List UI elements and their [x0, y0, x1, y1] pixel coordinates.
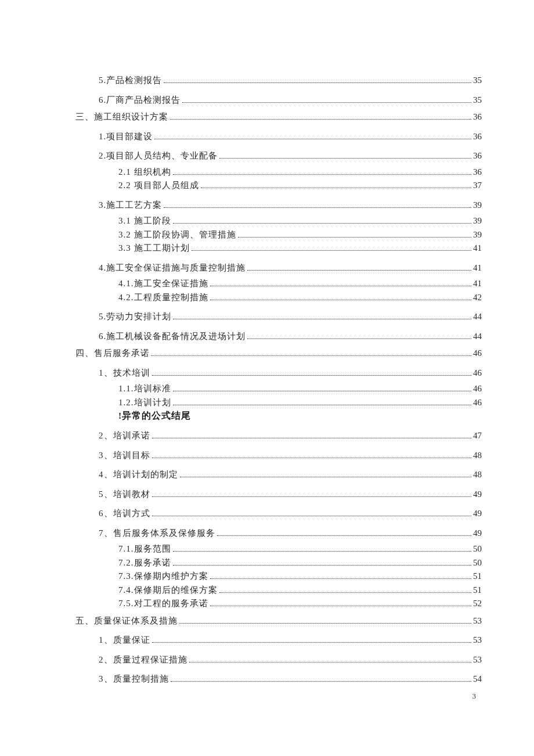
toc-page-number: 53: [473, 635, 482, 646]
toc-entry[interactable]: 1、技术培训46: [99, 368, 482, 379]
toc-label: 4、培训计划的制定: [99, 469, 178, 481]
toc-entry[interactable]: 3、质量控制措施54: [99, 674, 482, 685]
toc-label: 1.2.培训计划: [118, 397, 171, 409]
toc-page-number: 53: [473, 654, 482, 666]
toc-entry[interactable]: 2.项目部人员结构、专业配备36: [99, 150, 482, 162]
toc-label: 4.2.工程质量控制措施: [118, 292, 208, 304]
toc-page-number: 37: [473, 180, 482, 192]
toc-entry[interactable]: 3.2 施工阶段协调、管理措施39: [118, 229, 482, 241]
toc-label: 1、技术培训: [99, 368, 150, 379]
toc-label: 2.项目部人员结构、专业配备: [99, 150, 218, 162]
toc-leader-dots: [173, 312, 471, 320]
toc-leader-dots: [210, 292, 472, 300]
toc-entry[interactable]: 4.1.施工安全保证措施41: [118, 278, 482, 290]
toc-page-number: 36: [473, 167, 482, 178]
toc-error-line: !异常的公式结尾: [118, 410, 482, 422]
toc-entry[interactable]: 6、培训方式49: [99, 508, 482, 520]
toc-page-number: 39: [473, 200, 482, 211]
toc-entry[interactable]: 5、培训教材49: [99, 489, 482, 501]
toc-entry[interactable]: 4.施工安全保证措施与质量控制措施41: [99, 262, 482, 274]
toc-entry[interactable]: 1.1.培训标准46: [118, 383, 482, 395]
toc-entry[interactable]: 1.2.培训计划46: [118, 397, 482, 409]
toc-label: 2、培训承诺: [99, 430, 150, 442]
toc-leader-dots: [152, 450, 472, 458]
toc-entry[interactable]: 2、培训承诺47: [99, 430, 482, 442]
toc-leader-dots: [154, 131, 471, 139]
toc-page-number: 48: [473, 450, 482, 462]
toc-leader-dots: [173, 216, 472, 224]
toc-entry[interactable]: 3.3 施工工期计划41: [118, 243, 482, 254]
toc-leader-dots: [182, 95, 471, 103]
toc-entry[interactable]: 4.2.工程质量控制措施42: [118, 292, 482, 304]
toc-entry[interactable]: 2.1 组织机构36: [118, 167, 482, 178]
toc-leader-dots: [217, 528, 472, 536]
toc-entry[interactable]: 2、质量过程保证措施53: [99, 654, 482, 666]
toc-entry[interactable]: 7.5.对工程的服务承诺52: [118, 598, 482, 610]
toc-entry[interactable]: 1、质量保证53: [99, 635, 482, 646]
toc-page-number: 54: [473, 674, 482, 685]
toc-label: 6.厂商产品检测报告: [99, 95, 181, 106]
toc-entry[interactable]: 4、培训计划的制定48: [99, 469, 482, 481]
toc-leader-dots: [173, 167, 472, 175]
page-number: 3: [472, 692, 477, 701]
toc-entry[interactable]: 6.施工机械设备配备情况及进场计划44: [99, 331, 482, 343]
toc-page-number: 49: [473, 528, 482, 539]
toc-entry[interactable]: 7、售后服务体系及保修服务49: [99, 528, 482, 539]
toc-label: 2、质量过程保证措施: [99, 654, 187, 666]
toc-entry[interactable]: 7.3.保修期内维护方案51: [118, 571, 482, 582]
toc-page-number: 52: [473, 598, 482, 610]
toc-label: 3.施工工艺方案: [99, 200, 162, 211]
toc-label: 三、施工组织设计方案: [75, 111, 168, 123]
toc-page-number: 42: [473, 292, 482, 304]
toc-entry[interactable]: 5.产品检测报告35: [99, 75, 482, 87]
toc-label: 1、质量保证: [99, 635, 150, 646]
toc-page-number: 39: [473, 215, 482, 227]
toc-page-number: 41: [473, 243, 482, 254]
toc-page-number: 50: [473, 557, 482, 569]
toc-leader-dots: [179, 615, 471, 624]
toc-entry[interactable]: 四、售后服务承诺46: [75, 348, 482, 359]
toc-leader-dots: [173, 384, 472, 392]
toc-entry[interactable]: 3、培训目标48: [99, 450, 482, 462]
toc-leader-dots: [180, 470, 472, 478]
toc-leader-dots: [152, 431, 472, 439]
toc-leader-dots: [219, 585, 472, 593]
toc-page-number: 44: [473, 311, 482, 323]
toc-page-number: 39: [473, 229, 482, 241]
toc-page-number: 36: [473, 150, 482, 162]
toc-label: 1.项目部建设: [99, 131, 153, 143]
toc-label: 7.2.服务承诺: [118, 557, 171, 569]
toc-entry[interactable]: 3.1 施工阶段39: [118, 215, 482, 227]
toc-label: 5、培训教材: [99, 489, 150, 501]
toc-entry[interactable]: 6.厂商产品检测报告35: [99, 95, 482, 106]
toc-entry[interactable]: 2.2 项目部人员组成37: [118, 180, 482, 192]
toc-page-number: 49: [473, 489, 482, 501]
toc-page-number: 51: [473, 585, 482, 596]
toc-entry[interactable]: 7.2.服务承诺50: [118, 557, 482, 569]
toc-page-number: 49: [473, 508, 482, 520]
toc-page-number: 36: [473, 111, 482, 123]
toc-entry[interactable]: 5.劳动力安排计划44: [99, 311, 482, 323]
toc-leader-dots: [210, 279, 472, 287]
toc-page-number: 35: [473, 75, 482, 87]
toc-page-number: 53: [473, 615, 482, 627]
toc-entry[interactable]: 三、施工组织设计方案36: [75, 111, 482, 123]
toc-leader-dots: [164, 200, 471, 208]
toc-label: 5.产品检测报告: [99, 75, 162, 87]
toc-label: 6.施工机械设备配备情况及进场计划: [99, 331, 246, 343]
toc-page-number: 46: [473, 368, 482, 379]
toc-page-number: 47: [473, 430, 482, 442]
toc-leader-dots: [151, 348, 471, 357]
toc-label: 3.1 施工阶段: [118, 215, 171, 227]
toc-label: 3、质量控制措施: [99, 674, 169, 685]
toc-leader-dots: [152, 509, 472, 517]
toc-leader-dots: [170, 112, 471, 120]
toc-leader-dots: [210, 599, 472, 607]
toc-page-number: 36: [473, 131, 482, 143]
toc-entry[interactable]: 五、质量保证体系及措施53: [75, 615, 482, 627]
toc-entry[interactable]: 3.施工工艺方案39: [99, 200, 482, 211]
toc-entry[interactable]: 1.项目部建设36: [99, 131, 482, 143]
toc-entry[interactable]: 7.1.服务范围50: [118, 543, 482, 555]
toc-label: 4.施工安全保证措施与质量控制措施: [99, 262, 246, 274]
toc-entry[interactable]: 7.4.保修期后的维保方案51: [118, 585, 482, 596]
